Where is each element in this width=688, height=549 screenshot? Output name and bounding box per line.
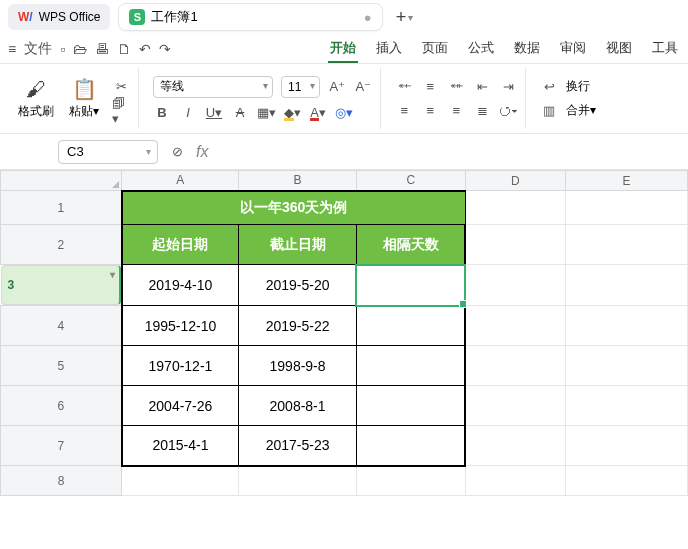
redo-icon[interactable]: ↷ [159,41,171,57]
cell-C5[interactable] [356,346,465,386]
tab-insert[interactable]: 插入 [374,35,404,63]
align-bottom-icon[interactable]: ⬵ [447,78,465,96]
align-top-icon[interactable]: ⬴ [395,78,413,96]
new-tab-button[interactable]: +▾ [391,3,419,31]
cell-A5[interactable]: 1970-12-1 [122,346,239,386]
underline-icon[interactable]: U▾ [205,104,223,122]
font-size-select[interactable]: 11 [281,76,320,98]
cell-E1[interactable] [565,191,687,225]
cell-B2[interactable]: 截止日期 [239,225,356,265]
align-middle-icon[interactable]: ≡ [421,78,439,96]
cell-C2[interactable]: 相隔天数 [356,225,465,265]
file-menu[interactable]: 文件 [24,40,52,58]
col-header-A[interactable]: A [122,171,239,191]
cell-B8[interactable] [239,466,356,496]
font-shrink-icon[interactable]: A⁻ [354,78,372,96]
cell-C4[interactable] [356,306,465,346]
bold-icon[interactable]: B [153,104,171,122]
cell-D4[interactable] [465,306,565,346]
cell-B6[interactable]: 2008-8-1 [239,386,356,426]
styles-icon[interactable]: ◎▾ [335,104,353,122]
row-header-7[interactable]: 7 [1,426,122,466]
indent-inc-icon[interactable]: ⇥ [499,78,517,96]
wrap-button[interactable]: ↩ 换行 [540,78,596,96]
cell-B4[interactable]: 2019-5-22 [239,306,356,346]
col-header-C[interactable]: C [356,171,465,191]
justify-icon[interactable]: ≣ [473,102,491,120]
cell-D5[interactable] [465,346,565,386]
cell-D6[interactable] [465,386,565,426]
font-grow-icon[interactable]: A⁺ [328,78,346,96]
cell-A8[interactable] [122,466,239,496]
cell-C7[interactable] [356,426,465,466]
col-header-E[interactable]: E [565,171,687,191]
orientation-icon[interactable]: ⭯▾ [499,102,517,120]
cell-E2[interactable] [565,225,687,265]
tab-tools[interactable]: 工具 [650,35,680,63]
cell-E8[interactable] [565,466,687,496]
cell-D1[interactable] [465,191,565,225]
cell-B3[interactable]: 2019-5-20 [239,265,356,306]
cell-E4[interactable] [565,306,687,346]
cell-D2[interactable] [465,225,565,265]
tab-view[interactable]: 视图 [604,35,634,63]
cell-A3[interactable]: 2019-4-10 [122,265,239,306]
cancel-icon[interactable]: ⊘ [168,143,186,161]
row-header-4[interactable]: 4 [1,306,122,346]
row-header-5[interactable]: 5 [1,346,122,386]
cell-D8[interactable] [465,466,565,496]
cell-C3[interactable] [356,265,465,306]
italic-icon[interactable]: I [179,104,197,122]
fill-color-icon[interactable]: ◆▾ [283,104,301,122]
cell-D3[interactable] [465,265,565,306]
cell-E3[interactable] [565,265,687,306]
font-color-icon[interactable]: A▾ [309,104,327,122]
cell-A2[interactable]: 起始日期 [122,225,239,265]
cell-C8[interactable] [356,466,465,496]
font-name-select[interactable]: 等线 [153,76,273,98]
app-pill[interactable]: W/ WPS Office [8,4,110,30]
print-icon[interactable]: 🖶 [95,41,109,57]
undo-icon[interactable]: ↶ [139,41,151,57]
col-header-D[interactable]: D [465,171,565,191]
cell-C6[interactable] [356,386,465,426]
tab-review[interactable]: 审阅 [558,35,588,63]
save-icon[interactable]: ▫ [60,41,65,57]
cell-E5[interactable] [565,346,687,386]
workbook-tab[interactable]: S 工作簿1 ● [118,3,382,31]
row-header-8[interactable]: 8 [1,466,122,496]
spreadsheet-grid[interactable]: A B C D E 1 以一年360天为例 2 起始日期 截止日期 相隔天数 3… [0,170,688,496]
row-header-1[interactable]: 1 [1,191,122,225]
cell-A4[interactable]: 1995-12-10 [122,306,239,346]
hamburger-icon[interactable]: ≡ [8,41,16,57]
tab-page[interactable]: 页面 [420,35,450,63]
cell-B5[interactable]: 1998-9-8 [239,346,356,386]
name-box[interactable]: C3 [58,140,158,164]
cell-A7[interactable]: 2015-4-1 [122,426,239,466]
align-right-icon[interactable]: ≡ [447,102,465,120]
merge-button[interactable]: ▥ 合并▾ [540,102,596,120]
open-icon[interactable]: 🗁 [73,41,87,57]
row-header-2[interactable]: 2 [1,225,122,265]
col-header-B[interactable]: B [239,171,356,191]
align-left-icon[interactable]: ≡ [395,102,413,120]
align-center-icon[interactable]: ≡ [421,102,439,120]
cell-E7[interactable] [565,426,687,466]
tab-start[interactable]: 开始 [328,35,358,63]
cell-E6[interactable] [565,386,687,426]
copy-icon[interactable]: 🗐▾ [112,102,130,120]
cell-B7[interactable]: 2017-5-23 [239,426,356,466]
paste-button[interactable]: 📋 粘贴▾ [64,77,104,120]
cell-D7[interactable] [465,426,565,466]
cut-icon[interactable]: ✂ [112,78,130,96]
indent-dec-icon[interactable]: ⇤ [473,78,491,96]
cell-A6[interactable]: 2004-7-26 [122,386,239,426]
tab-data[interactable]: 数据 [512,35,542,63]
row-header-3[interactable]: 3 [1,265,121,305]
fx-icon[interactable]: fx [196,143,208,161]
strike-icon[interactable]: A [231,104,249,122]
preview-icon[interactable]: 🗋 [117,41,131,57]
row-header-6[interactable]: 6 [1,386,122,426]
border-icon[interactable]: ▦▾ [257,104,275,122]
tab-formula[interactable]: 公式 [466,35,496,63]
